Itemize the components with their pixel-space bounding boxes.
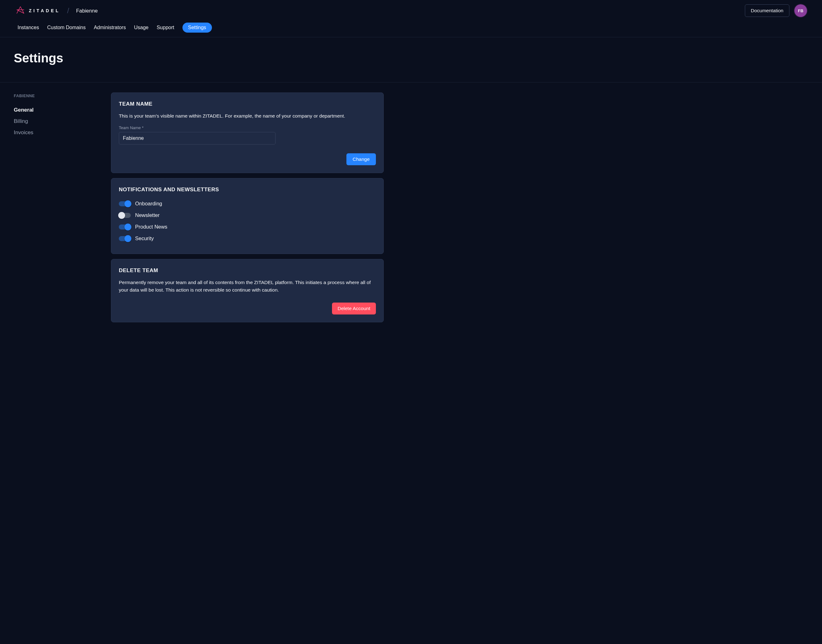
toggle-row-product-news: Product News <box>119 221 376 233</box>
nav-tab-instances[interactable]: Instances <box>18 23 39 32</box>
notifications-title: NOTIFICATIONS AND NEWSLETTERS <box>119 187 376 193</box>
toggle-product-news[interactable] <box>119 224 131 230</box>
top-left: ZITADEL / Fabienne <box>15 5 98 16</box>
sidebar-item-general[interactable]: General <box>14 104 98 116</box>
delete-team-actions: Delete Account <box>119 302 376 314</box>
nav-tab-administrators[interactable]: Administrators <box>94 23 126 32</box>
delete-team-card: DELETE TEAM Permanently remove your team… <box>111 259 384 322</box>
brand-logo[interactable]: ZITADEL <box>15 5 60 16</box>
team-name-card: TEAM NAME This is your team's visible na… <box>111 92 384 173</box>
delete-team-title: DELETE TEAM <box>119 267 376 274</box>
notifications-list: Onboarding Newsletter Product News Secur… <box>119 198 376 244</box>
toggle-label-newsletter: Newsletter <box>135 212 159 218</box>
nav-tab-usage[interactable]: Usage <box>134 23 148 32</box>
nav-tab-support[interactable]: Support <box>157 23 174 32</box>
toggle-knob-icon <box>124 235 131 242</box>
toggle-row-newsletter: Newsletter <box>119 209 376 221</box>
top-bar: ZITADEL / Fabienne Documentation FB <box>0 0 822 17</box>
sidebar-item-invoices[interactable]: Invoices <box>14 127 98 138</box>
team-name-title: TEAM NAME <box>119 101 376 107</box>
page-title-section: Settings <box>0 37 822 83</box>
team-name-field-label: Team Name * <box>119 126 376 130</box>
toggle-row-security: Security <box>119 233 376 244</box>
page-title: Settings <box>14 51 807 65</box>
main-nav: Instances Custom Domains Administrators … <box>0 17 822 37</box>
sidebar-heading: FABIENNE <box>14 94 98 98</box>
brand-text: ZITADEL <box>29 8 60 13</box>
toggle-row-onboarding: Onboarding <box>119 198 376 209</box>
toggle-knob-icon <box>124 200 131 207</box>
main-column: TEAM NAME This is your team's visible na… <box>111 92 384 322</box>
user-avatar[interactable]: FB <box>794 5 807 17</box>
team-name-description: This is your team's visible name within … <box>119 112 376 120</box>
toggle-onboarding[interactable] <box>119 201 131 206</box>
content-area: FABIENNE General Billing Invoices TEAM N… <box>0 83 822 341</box>
toggle-security[interactable] <box>119 236 131 241</box>
settings-sidebar: FABIENNE General Billing Invoices <box>14 92 98 322</box>
top-right: Documentation FB <box>745 5 807 17</box>
toggle-label-product-news: Product News <box>135 224 167 230</box>
sidebar-item-billing[interactable]: Billing <box>14 116 98 127</box>
team-name-input[interactable] <box>119 132 276 144</box>
nav-tab-custom-domains[interactable]: Custom Domains <box>47 23 86 32</box>
notifications-card: NOTIFICATIONS AND NEWSLETTERS Onboarding… <box>111 178 384 254</box>
delete-team-description: Permanently remove your team and all of … <box>119 279 376 294</box>
nav-tab-settings[interactable]: Settings <box>182 23 212 32</box>
zitadel-logo-icon <box>15 5 26 16</box>
toggle-newsletter[interactable] <box>119 213 131 218</box>
toggle-knob-icon <box>124 224 131 230</box>
delete-account-button[interactable]: Delete Account <box>332 302 376 314</box>
documentation-button[interactable]: Documentation <box>745 5 790 17</box>
breadcrumb-team[interactable]: Fabienne <box>76 8 98 14</box>
toggle-label-onboarding: Onboarding <box>135 201 162 207</box>
change-button[interactable]: Change <box>347 153 376 165</box>
toggle-knob-icon <box>118 212 125 219</box>
toggle-label-security: Security <box>135 235 154 241</box>
breadcrumb-separator-icon: / <box>67 6 69 15</box>
team-name-actions: Change <box>119 153 376 165</box>
